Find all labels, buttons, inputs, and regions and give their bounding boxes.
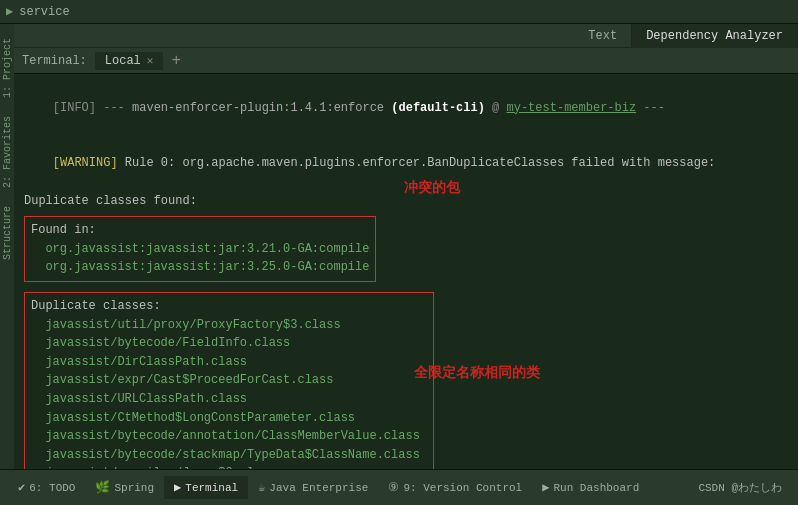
- default-cli: (default-cli): [391, 101, 485, 115]
- left-tab-structure[interactable]: Structure: [0, 202, 15, 264]
- dashes: ---: [636, 101, 665, 115]
- left-panel-tabs: 1: Project 2: Favorites Structure: [0, 24, 14, 469]
- todo-icon: ✔: [18, 480, 25, 495]
- class-line-4: javassist/URLClassPath.class: [31, 390, 427, 409]
- left-tab-project[interactable]: 1: Project: [0, 34, 15, 102]
- terminal-tab-name: Local: [105, 54, 141, 68]
- plugin-name: maven-enforcer-plugin:1.4.1:enforce: [132, 101, 384, 115]
- class-line-3: javassist/expr/Cast$ProceedForCast.class: [31, 371, 427, 390]
- todo-label: 6: TODO: [29, 482, 75, 494]
- dup-classes-header: Duplicate classes:: [31, 297, 427, 316]
- bottom-todo[interactable]: ✔ 6: TODO: [8, 476, 85, 499]
- found-in-box: Found in: org.javassist:javassist:jar:3.…: [24, 216, 376, 282]
- run-dashboard-label: Run Dashboard: [553, 482, 639, 494]
- class-line-1: javassist/bytecode/FieldInfo.class: [31, 334, 427, 353]
- class-line-6: javassist/bytecode/annotation/ClassMembe…: [31, 427, 427, 446]
- class-line-2: javassist/DirClassPath.class: [31, 353, 427, 372]
- bottom-right-info: CSDN @わたしわ: [698, 480, 790, 495]
- terminal-bottom-label: Terminal: [185, 482, 238, 494]
- tab-dependency-analyzer[interactable]: Dependency Analyzer: [632, 24, 798, 48]
- terminal-tab-row: Terminal: Local ✕ +: [14, 48, 798, 74]
- terminal-local-tab[interactable]: Local ✕: [95, 52, 164, 70]
- spring-icon: 🌿: [95, 480, 110, 495]
- service-text: service: [19, 5, 69, 19]
- bottom-java-enterprise[interactable]: ☕ Java Enterprise: [248, 476, 378, 499]
- bottom-version-control[interactable]: ⑨ 9: Version Control: [378, 476, 532, 499]
- at-symbol: @: [485, 101, 507, 115]
- info-line-1: [INFO] --- maven-enforcer-plugin:1.4.1:e…: [24, 80, 788, 136]
- java-enterprise-icon: ☕: [258, 480, 265, 495]
- warning-tag: [WARNING]: [53, 156, 118, 170]
- terminal-icon: ▶: [174, 480, 181, 495]
- close-tab-icon[interactable]: ✕: [147, 54, 154, 67]
- csdn-label: CSDN @わたしわ: [698, 480, 782, 495]
- play-icon: ▶: [6, 4, 13, 19]
- version-control-label: 9: Version Control: [403, 482, 522, 494]
- jar-line-2: org.javassist:javassist:jar:3.25.0-GA:co…: [31, 258, 369, 277]
- version-control-icon: ⑨: [388, 480, 399, 495]
- terminal-content: [INFO] --- maven-enforcer-plugin:1.4.1:e…: [14, 74, 798, 470]
- add-tab-button[interactable]: +: [167, 52, 185, 70]
- class-line-0: javassist/util/proxy/ProxyFactory$3.clas…: [31, 316, 427, 335]
- class-line-5: javassist/CtMethod$LongConstParameter.cl…: [31, 409, 427, 428]
- tab-text[interactable]: Text: [574, 24, 632, 48]
- class-line-7: javassist/bytecode/stackmap/TypeData$Cla…: [31, 446, 427, 465]
- spring-label: Spring: [114, 482, 154, 494]
- top-tab-bar: Text Dependency Analyzer: [0, 24, 798, 48]
- project-name: my-test-member-biz: [507, 101, 637, 115]
- annotation-same-class-name: 全限定名称相同的类: [414, 364, 540, 382]
- jar-line-1: org.javassist:javassist:jar:3.21.0-GA:co…: [31, 240, 369, 259]
- found-in-label: Found in:: [31, 221, 369, 240]
- run-dashboard-icon: ▶: [542, 480, 549, 495]
- java-enterprise-label: Java Enterprise: [269, 482, 368, 494]
- terminal-label: Terminal:: [22, 54, 87, 68]
- bottom-terminal[interactable]: ▶ Terminal: [164, 476, 248, 499]
- duplicate-classes-box: Duplicate classes: javassist/util/proxy/…: [24, 292, 434, 470]
- annotation-conflict-package: 冲突的包: [404, 179, 460, 197]
- warning-text: Rule 0: org.apache.maven.plugins.enforce…: [118, 156, 716, 170]
- bottom-spring[interactable]: 🌿 Spring: [85, 476, 164, 499]
- left-tab-favorites[interactable]: 2: Favorites: [0, 112, 15, 192]
- info-tag: [INFO] ---: [53, 101, 132, 115]
- bottom-run-dashboard[interactable]: ▶ Run Dashboard: [532, 476, 649, 499]
- bottom-bar: ✔ 6: TODO 🌿 Spring ▶ Terminal ☕ Java Ent…: [0, 469, 798, 505]
- service-bar: ▶ service: [0, 0, 798, 24]
